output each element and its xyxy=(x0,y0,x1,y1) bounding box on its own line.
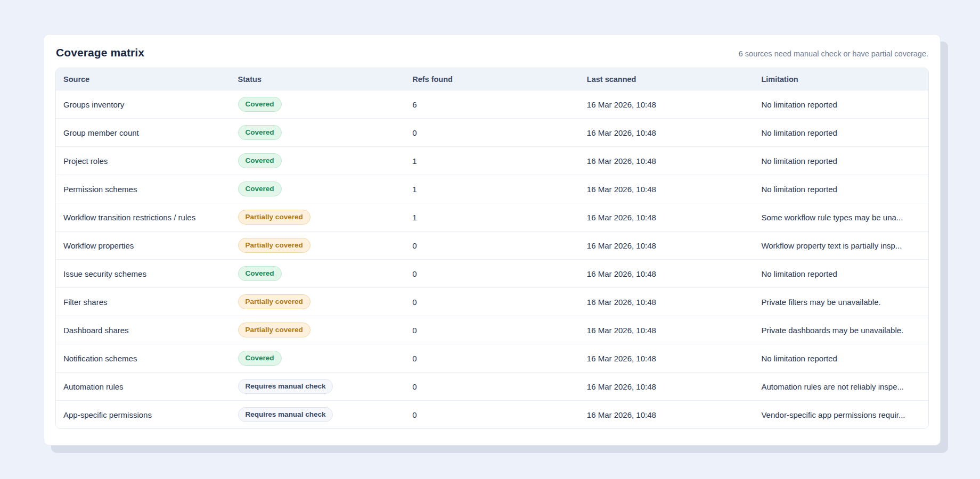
table-row: Group member countCovered016 Mar 2026, 1… xyxy=(56,118,928,146)
limitation-cell: Private dashboards may be unavailable. xyxy=(754,326,928,335)
source-cell: Workflow transition restrictions / rules xyxy=(56,213,231,222)
status-badge: Covered xyxy=(238,153,282,169)
status-badge: Covered xyxy=(238,351,282,366)
status-badge: Requires manual check xyxy=(238,379,333,394)
limitation-cell: Private filters may be unavailable. xyxy=(754,298,928,307)
coverage-table: SourceStatusRefs foundLast scannedLimita… xyxy=(55,68,929,429)
source-cell: Workflow properties xyxy=(56,241,231,250)
status-badge: Partially covered xyxy=(238,238,311,253)
last-scanned-cell: 16 Mar 2026, 10:48 xyxy=(579,298,754,307)
status-badge: Requires manual check xyxy=(238,407,333,423)
last-scanned-cell: 16 Mar 2026, 10:48 xyxy=(579,269,754,278)
column-header-status: Status xyxy=(231,75,405,84)
status-cell: Covered xyxy=(231,266,405,282)
table-row: App-specific permissionsRequires manual … xyxy=(56,400,928,428)
last-scanned-cell: 16 Mar 2026, 10:48 xyxy=(579,128,754,137)
card-header: Coverage matrix 6 sources need manual ch… xyxy=(55,46,929,59)
last-scanned-cell: 16 Mar 2026, 10:48 xyxy=(579,354,754,363)
table-row: Issue security schemesCovered016 Mar 202… xyxy=(56,259,928,287)
table-row: Workflow propertiesPartially covered016 … xyxy=(56,231,928,259)
status-badge: Covered xyxy=(238,125,282,141)
table-row: Groups inventoryCovered616 Mar 2026, 10:… xyxy=(56,90,928,118)
table-row: Automation rulesRequires manual check016… xyxy=(56,372,928,400)
refs-found-cell: 0 xyxy=(405,298,579,307)
coverage-matrix-card: Coverage matrix 6 sources need manual ch… xyxy=(44,34,941,445)
refs-found-cell: 0 xyxy=(405,269,579,278)
refs-found-cell: 0 xyxy=(405,354,579,363)
last-scanned-cell: 16 Mar 2026, 10:48 xyxy=(579,156,754,166)
coverage-summary-text: 6 sources need manual check or have part… xyxy=(739,49,928,58)
refs-found-cell: 1 xyxy=(405,213,579,222)
column-header-last-scanned: Last scanned xyxy=(579,75,754,84)
status-cell: Requires manual check xyxy=(231,379,405,394)
source-cell: Permission schemes xyxy=(56,185,231,194)
table-row: Filter sharesPartially covered016 Mar 20… xyxy=(56,287,928,316)
status-cell: Partially covered xyxy=(231,323,405,338)
limitation-cell: No limitation reported xyxy=(754,128,928,137)
source-cell: Notification schemes xyxy=(56,354,231,363)
last-scanned-cell: 16 Mar 2026, 10:48 xyxy=(579,326,754,335)
refs-found-cell: 0 xyxy=(405,382,579,391)
limitation-cell: No limitation reported xyxy=(754,100,928,109)
refs-found-cell: 6 xyxy=(405,100,579,109)
table-body: Groups inventoryCovered616 Mar 2026, 10:… xyxy=(56,90,928,428)
source-cell: Filter shares xyxy=(56,298,231,307)
table-row: Dashboard sharesPartially covered016 Mar… xyxy=(56,316,928,344)
refs-found-cell: 0 xyxy=(405,326,579,335)
source-cell: App-specific permissions xyxy=(56,410,231,419)
source-cell: Group member count xyxy=(56,128,231,137)
status-cell: Covered xyxy=(231,125,405,141)
status-cell: Covered xyxy=(231,153,405,169)
table-row: Workflow transition restrictions / rules… xyxy=(56,203,928,231)
status-cell: Partially covered xyxy=(231,294,405,310)
status-badge: Partially covered xyxy=(238,323,311,338)
last-scanned-cell: 16 Mar 2026, 10:48 xyxy=(579,241,754,250)
limitation-cell: Vendor-specific app permissions requir..… xyxy=(754,410,928,419)
column-header-limitation: Limitation xyxy=(754,75,928,84)
source-cell: Groups inventory xyxy=(56,100,231,109)
source-cell: Issue security schemes xyxy=(56,269,231,278)
status-badge: Covered xyxy=(238,266,282,282)
refs-found-cell: 1 xyxy=(405,185,579,194)
last-scanned-cell: 16 Mar 2026, 10:48 xyxy=(579,185,754,194)
table-header-row: SourceStatusRefs foundLast scannedLimita… xyxy=(56,68,928,90)
refs-found-cell: 1 xyxy=(405,156,579,166)
limitation-cell: No limitation reported xyxy=(754,354,928,363)
source-cell: Project roles xyxy=(56,156,231,166)
last-scanned-cell: 16 Mar 2026, 10:48 xyxy=(579,213,754,222)
status-cell: Covered xyxy=(231,181,405,197)
status-cell: Covered xyxy=(231,97,405,112)
limitation-cell: No limitation reported xyxy=(754,269,928,278)
status-cell: Covered xyxy=(231,351,405,366)
limitation-cell: Some workflow rule types may be una... xyxy=(754,213,928,222)
column-header-refs-found: Refs found xyxy=(405,75,579,84)
refs-found-cell: 0 xyxy=(405,410,579,419)
column-header-source: Source xyxy=(56,75,231,84)
limitation-cell: No limitation reported xyxy=(754,156,928,166)
limitation-cell: Automation rules are not reliably inspe.… xyxy=(754,382,928,391)
status-cell: Partially covered xyxy=(231,210,405,225)
status-badge: Covered xyxy=(238,181,282,197)
table-row: Project rolesCovered116 Mar 2026, 10:48N… xyxy=(56,146,928,175)
limitation-cell: Workflow property text is partially insp… xyxy=(754,241,928,250)
last-scanned-cell: 16 Mar 2026, 10:48 xyxy=(579,382,754,391)
refs-found-cell: 0 xyxy=(405,128,579,137)
status-cell: Requires manual check xyxy=(231,407,405,423)
status-cell: Partially covered xyxy=(231,238,405,253)
last-scanned-cell: 16 Mar 2026, 10:48 xyxy=(579,100,754,109)
limitation-cell: No limitation reported xyxy=(754,185,928,194)
page-title: Coverage matrix xyxy=(56,46,144,59)
table-row: Permission schemesCovered116 Mar 2026, 1… xyxy=(56,175,928,203)
source-cell: Automation rules xyxy=(56,382,231,391)
table-row: Notification schemesCovered016 Mar 2026,… xyxy=(56,344,928,372)
status-badge: Partially covered xyxy=(238,294,311,310)
status-badge: Partially covered xyxy=(238,210,311,225)
source-cell: Dashboard shares xyxy=(56,326,231,335)
refs-found-cell: 0 xyxy=(405,241,579,250)
status-badge: Covered xyxy=(238,97,282,112)
last-scanned-cell: 16 Mar 2026, 10:48 xyxy=(579,410,754,419)
